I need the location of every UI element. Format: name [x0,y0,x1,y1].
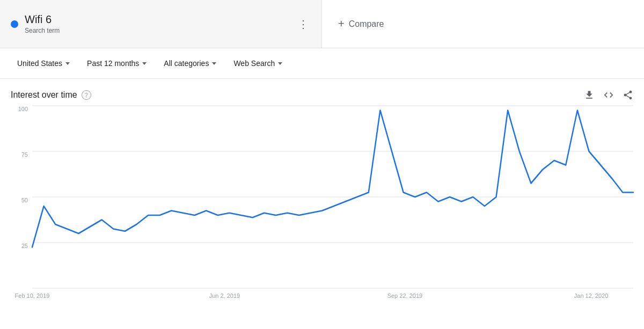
search-term-title: Wifi 6 [25,13,60,26]
embed-button[interactable] [603,90,614,100]
chevron-down-icon [142,62,147,65]
search-type-filter[interactable]: Web Search [227,55,289,72]
search-type-label: Web Search [233,59,275,68]
x-axis: Feb 10, 2019 Jun 2, 2019 Sep 22, 2019 Ja… [32,288,633,310]
location-filter[interactable]: United States [11,55,76,72]
term-color-dot [11,20,18,28]
y-label-25: 25 [21,243,28,249]
time-label: Past 12 months [87,59,139,68]
chart-title-group: Interest over time ? [11,90,91,100]
compare-button[interactable]: + Compare [338,18,384,30]
trend-line [32,111,633,247]
search-term-block: Wifi 6 Search term ⋮ [0,0,322,48]
y-label-50: 50 [21,197,28,203]
embed-icon [603,90,614,100]
more-vert-icon: ⋮ [298,18,309,30]
plus-icon: + [338,18,345,30]
chart-actions [584,90,633,100]
category-label: All categories [164,59,209,68]
compare-block: + Compare [322,0,644,48]
line-chart-svg [32,106,633,288]
x-label-sep: Sep 22, 2019 [387,293,422,299]
location-label: United States [17,59,62,68]
y-label-75: 75 [21,151,28,158]
search-term-subtitle: Search term [25,27,60,34]
more-options-button[interactable]: ⋮ [294,13,313,35]
chevron-down-icon [212,62,216,65]
chart-header: Interest over time ? [11,90,633,100]
download-icon [584,90,595,100]
chart-wrapper: 100 75 50 25 Feb 10, 2019 Jun 2, 20 [11,106,633,310]
help-icon[interactable]: ? [82,90,91,100]
category-filter[interactable]: All categories [157,55,223,72]
x-label-jun: Jun 2, 2019 [209,293,240,299]
chevron-down-icon [65,62,70,65]
time-filter[interactable]: Past 12 months [80,55,153,72]
y-label-100: 100 [18,106,28,112]
share-button[interactable] [623,90,633,100]
compare-label: Compare [349,19,384,29]
chart-area [32,106,633,288]
x-label-feb: Feb 10, 2019 [15,293,50,299]
chart-section: Interest over time ? [0,79,644,315]
filters-bar: United States Past 12 months All categor… [0,48,644,79]
chevron-down-icon [278,62,282,65]
y-axis: 100 75 50 25 [11,106,32,288]
search-term-text: Wifi 6 Search term [25,13,60,34]
share-icon [623,90,633,100]
download-button[interactable] [584,90,595,100]
top-bar: Wifi 6 Search term ⋮ + Compare [0,0,644,48]
chart-title: Interest over time [11,90,77,100]
x-label-jan: Jan 12, 2020 [574,293,609,299]
